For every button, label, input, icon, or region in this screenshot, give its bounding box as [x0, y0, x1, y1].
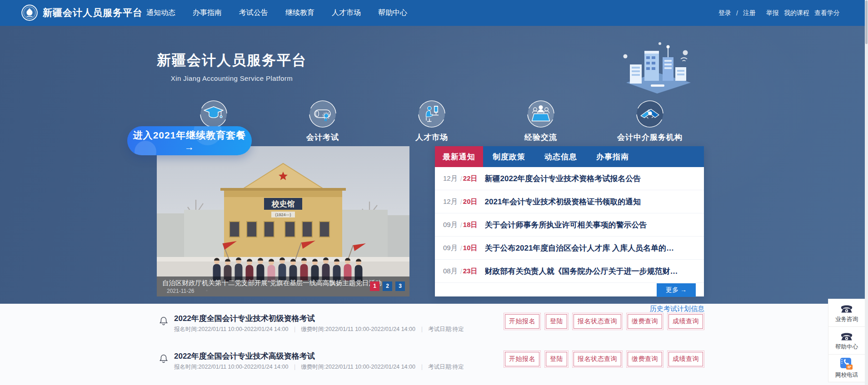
- quick-link-label: 经验交流: [495, 132, 586, 143]
- register-link[interactable]: 注册: [743, 9, 756, 17]
- news-day: 23日: [463, 267, 478, 276]
- news-carousel[interactable]: 校史馆 (1924—): [157, 146, 409, 296]
- score-query-button[interactable]: 成绩查询: [668, 352, 703, 366]
- quick-link-label: 人才市场: [386, 132, 477, 143]
- sidebar-business-consulting[interactable]: 业务咨询: [828, 299, 865, 327]
- exam-title: 2022年度全国会计专业技术初级资格考试: [174, 313, 315, 324]
- news-day: 10日: [463, 244, 478, 252]
- person-computer-icon: [418, 100, 446, 128]
- quick-link-label: 会计中介服务机构: [604, 132, 695, 143]
- quick-link-experience-exchange[interactable]: 经验交流: [495, 100, 586, 143]
- carousel-photo: 校史馆 (1924—): [157, 146, 409, 296]
- exam-meta: 报名时间:2022/01/11 10:00-2022/01/24 14:00｜缴…: [174, 363, 464, 371]
- news-month: 08月: [443, 267, 458, 276]
- logo-icon: [21, 4, 38, 21]
- floating-sidebar: 业务咨询 帮助中心 网校电话: [828, 299, 865, 382]
- photo-building-sign: 校史馆: [271, 200, 295, 208]
- payment-query-button[interactable]: 缴费查询: [628, 352, 662, 366]
- handshake-icon: [636, 100, 664, 128]
- notice-tabs: 最新通知 制度政策 动态信息 办事指南: [435, 146, 704, 167]
- payment-query-button[interactable]: 缴费查询: [628, 314, 662, 329]
- news-item[interactable]: 09月/10日 关于公布2021年度自治区会计人才库 入库人员名单的…: [435, 237, 704, 260]
- menu-item-help-center[interactable]: 帮助中心: [378, 8, 407, 18]
- login-link[interactable]: 登录: [718, 9, 731, 17]
- news-title[interactable]: 关于公布2021年度自治区会计人才库 入库人员名单的…: [485, 243, 674, 253]
- meta-separator: ｜: [292, 364, 297, 370]
- news-title[interactable]: 2021年会计专业技术初级资格证书领取的通知: [485, 197, 641, 207]
- news-date-slash: /: [460, 175, 462, 183]
- exam-date: 考试日期:待定: [428, 326, 464, 332]
- sidebar-label: 业务咨询: [835, 316, 858, 323]
- top-nav: 新疆会计人员服务平台 通知动态 办事指南 考试公告 继续教育 人才市场 帮助中心…: [0, 0, 868, 26]
- tab-policies[interactable]: 制度政策: [483, 146, 535, 167]
- brand-home-link[interactable]: 新疆会计人员服务平台: [21, 4, 143, 21]
- my-courses-link[interactable]: 我的课程: [784, 9, 809, 17]
- page: 新疆会计人员服务平台 通知动态 办事指南 考试公告 继续教育 人才市场 帮助中心…: [0, 0, 868, 385]
- news-date-slash: /: [460, 244, 462, 252]
- brand-title: 新疆会计人员服务平台: [43, 6, 143, 19]
- sidebar-label: 网校电话: [835, 371, 858, 379]
- menu-item-exam-announcements[interactable]: 考试公告: [239, 8, 268, 18]
- hero-heading: 新疆会计人员服务平台 Xin Jiang Accounting Service …: [157, 51, 307, 82]
- report-link[interactable]: 举报: [766, 9, 779, 17]
- news-title[interactable]: 新疆2022年度会计专业技术资格考试报名公告: [485, 173, 641, 184]
- score-query-button[interactable]: 成绩查询: [668, 314, 703, 329]
- news-title[interactable]: 财政部有关负责人就《国务院办公厅关于进一步规范财…: [485, 266, 678, 276]
- news-title[interactable]: 关于会计师事务所执业许可相关事项的警示公告: [485, 220, 647, 230]
- news-day: 18日: [463, 221, 478, 229]
- city-illustration: [616, 39, 698, 99]
- menu-item-continuing-education[interactable]: 继续教育: [285, 8, 314, 18]
- meta-separator: ｜: [292, 326, 297, 332]
- graduation-cap-icon: [200, 100, 228, 128]
- quick-link-accounting-exam[interactable]: 会计考试: [277, 100, 368, 143]
- scrollbar-thumb[interactable]: [865, 0, 868, 44]
- news-item[interactable]: 12月/22日 新疆2022年度会计专业技术资格考试报名公告: [435, 167, 704, 190]
- user-links: 登录 / 注册 举报 我的课程 查看学分: [718, 0, 840, 26]
- view-credits-link[interactable]: 查看学分: [814, 9, 840, 17]
- news-item[interactable]: 09月/18日 关于会计师事务所执业许可相关事项的警示公告: [435, 213, 704, 237]
- hero-background: [0, 26, 868, 304]
- registration-status-query-button[interactable]: 报名状态查询: [574, 352, 621, 366]
- more-row: 更多 →: [435, 283, 704, 298]
- hero-title: 新疆会计人员服务平台: [157, 51, 307, 70]
- news-date-slash: /: [460, 267, 462, 275]
- sidebar-label: 帮助中心: [835, 343, 858, 351]
- news-date-slash: /: [460, 198, 462, 206]
- exam-pay-time: 缴费时间:2022/01/11 10:00-2022/01/24 14:00: [301, 364, 415, 370]
- start-registration-button[interactable]: 开始报名: [505, 352, 539, 366]
- registration-status-query-button[interactable]: 报名状态查询: [574, 314, 621, 329]
- tab-service-guide[interactable]: 办事指南: [587, 146, 639, 167]
- bell-icon: [160, 354, 168, 365]
- more-button[interactable]: 更多 →: [657, 283, 696, 297]
- pager-dot-2[interactable]: 2: [383, 281, 392, 291]
- login-button[interactable]: 登陆: [546, 352, 567, 366]
- exam-reg-time: 报名时间:2022/01/11 10:00-2022/01/24 14:00: [174, 326, 288, 332]
- news-item[interactable]: 08月/23日 财政部有关负责人就《国务院办公厅关于进一步规范财…: [435, 260, 704, 283]
- menu-item-service-guide[interactable]: 办事指南: [193, 8, 222, 18]
- tab-latest-notices[interactable]: 最新通知: [435, 146, 483, 167]
- news-item[interactable]: 12月/20日 2021年会计专业技术初级资格证书领取的通知: [435, 190, 704, 213]
- start-registration-button[interactable]: 开始报名: [505, 314, 539, 329]
- meeting-icon: [527, 100, 555, 128]
- quick-link-continuing-education[interactable]: [168, 100, 259, 130]
- quick-link-label: 会计考试: [277, 132, 368, 143]
- continuing-education-cta-button[interactable]: 进入2021年继续教育套餐 →: [127, 126, 252, 155]
- exam-row-junior: 2022年度全国会计专业技术初级资格考试 报名时间:2022/01/11 10:…: [157, 312, 704, 340]
- sidebar-help-center[interactable]: 帮助中心: [828, 327, 865, 355]
- scrollbar[interactable]: [865, 0, 868, 385]
- quick-link-intermediary-agencies[interactable]: 会计中介服务机构: [604, 100, 695, 143]
- certificate-icon: [309, 100, 337, 128]
- pager-dot-3[interactable]: 3: [395, 281, 405, 291]
- tab-dynamic-info[interactable]: 动态信息: [535, 146, 587, 167]
- login-button[interactable]: 登陆: [546, 314, 567, 329]
- phone-icon: [840, 330, 853, 342]
- carousel-caption[interactable]: 自治区财政厅机关第十二党支部开展“党旗在基层一线高高飘扬主题党日活动: [162, 279, 382, 287]
- menu-item-notices[interactable]: 通知动态: [146, 8, 175, 18]
- sidebar-online-school-phone[interactable]: 网校电话: [828, 355, 865, 382]
- exam-meta: 报名时间:2022/01/11 10:00-2022/01/24 14:00｜缴…: [174, 326, 464, 333]
- pager-dot-1[interactable]: 1: [370, 281, 379, 291]
- photo-building-sign-year: (1924—): [275, 212, 291, 217]
- hero-subtitle: Xin Jiang Accounting Service Platform: [157, 74, 307, 82]
- quick-link-job-market[interactable]: 人才市场: [386, 100, 477, 143]
- menu-item-job-market[interactable]: 人才市场: [332, 8, 361, 18]
